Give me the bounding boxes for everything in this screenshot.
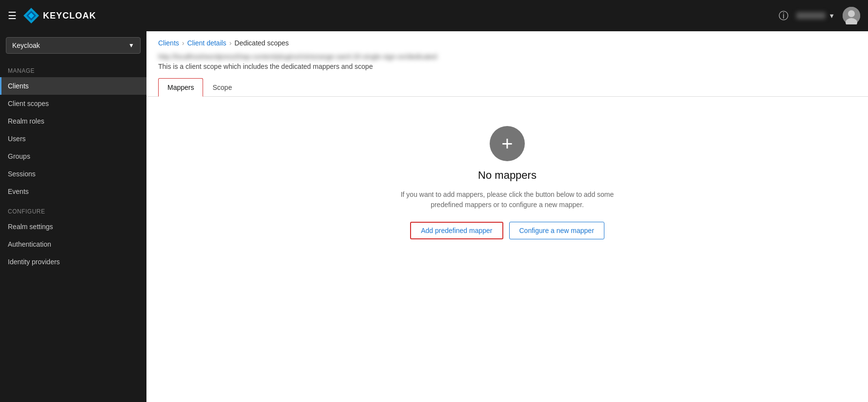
logo: KEYCLOAK (22, 7, 96, 24)
user-avatar[interactable] (843, 7, 860, 24)
tab-scope[interactable]: Scope (203, 78, 241, 97)
navbar-right: ⓘ ▼ (779, 7, 860, 24)
breadcrumb-current: Dedicated scopes (234, 39, 289, 47)
page-url: http://localhost/wordpress5/wp-content/p… (158, 53, 856, 61)
logo-icon (22, 7, 40, 24)
sidebar-item-client-scopes[interactable]: Client scopes (0, 95, 146, 112)
tab-mappers-label: Mappers (167, 84, 194, 91)
empty-state: + No mappers If you want to add mappers,… (146, 97, 868, 269)
empty-state-description: If you want to add mappers, please click… (385, 190, 629, 210)
empty-state-title: No mappers (478, 169, 537, 182)
user-name (796, 12, 826, 19)
empty-state-actions: Add predefined mapper Configure a new ma… (410, 222, 604, 239)
realm-chevron-icon: ▼ (128, 42, 134, 49)
breadcrumb-client-details[interactable]: Client details (187, 39, 226, 47)
sidebar-item-realm-roles[interactable]: Realm roles (0, 112, 146, 130)
breadcrumb-sep-2: › (229, 39, 232, 47)
plus-icon: + (501, 133, 513, 155)
help-icon[interactable]: ⓘ (779, 9, 788, 22)
realm-selector[interactable]: Keycloak ▼ (6, 37, 141, 54)
realm-name: Keycloak (12, 42, 40, 49)
tab-mappers[interactable]: Mappers (158, 78, 203, 97)
sidebar-item-realm-settings[interactable]: Realm settings (0, 218, 146, 235)
breadcrumb: Clients › Client details › Dedicated sco… (146, 31, 868, 51)
avatar-icon (843, 7, 860, 24)
sidebar-item-client-scopes-label: Client scopes (8, 100, 49, 107)
logo-text: KEYCLOAK (43, 11, 96, 21)
sidebar: Keycloak ▼ Manage Clients Client scopes … (0, 31, 146, 402)
sidebar-item-authentication-label: Authentication (8, 240, 51, 248)
manage-section-label: Manage (0, 60, 146, 77)
content-area: Clients › Client details › Dedicated sco… (146, 31, 868, 402)
main-layout: Keycloak ▼ Manage Clients Client scopes … (0, 31, 868, 402)
sidebar-item-groups-label: Groups (8, 152, 30, 160)
configure-new-mapper-button[interactable]: Configure a new mapper (509, 222, 604, 239)
sidebar-item-clients-label: Clients (8, 82, 29, 90)
sidebar-item-sessions[interactable]: Sessions (0, 165, 146, 183)
sidebar-item-sessions-label: Sessions (8, 170, 36, 178)
add-icon: + (490, 126, 525, 161)
breadcrumb-sep-1: › (182, 39, 185, 47)
sidebar-item-identity-providers-label: Identity providers (8, 258, 60, 266)
configure-section-label: Configure (0, 200, 146, 218)
page-description: This is a client scope which includes th… (158, 63, 856, 70)
user-dropdown[interactable]: ▼ (796, 12, 835, 20)
sidebar-item-clients[interactable]: Clients (0, 77, 146, 95)
tab-scope-label: Scope (212, 84, 232, 91)
sidebar-item-events-label: Events (8, 188, 29, 195)
navbar: ☰ KEYCLOAK ⓘ ▼ (0, 0, 868, 31)
sidebar-item-realm-settings-label: Realm settings (8, 223, 53, 231)
sidebar-item-authentication[interactable]: Authentication (0, 235, 146, 253)
sidebar-item-identity-providers[interactable]: Identity providers (0, 253, 146, 271)
sidebar-item-events[interactable]: Events (0, 183, 146, 200)
sidebar-item-users-label: Users (8, 135, 26, 143)
sidebar-item-groups[interactable]: Groups (0, 148, 146, 165)
add-predefined-mapper-button[interactable]: Add predefined mapper (410, 222, 503, 239)
tabs-container: Mappers Scope (146, 78, 868, 97)
user-dropdown-chevron: ▼ (828, 12, 835, 20)
hamburger-icon[interactable]: ☰ (8, 10, 17, 21)
sidebar-item-users[interactable]: Users (0, 130, 146, 148)
sidebar-item-realm-roles-label: Realm roles (8, 117, 44, 125)
breadcrumb-clients[interactable]: Clients (158, 39, 179, 47)
navbar-left: ☰ KEYCLOAK (8, 7, 96, 24)
svg-point-4 (848, 10, 855, 17)
page-header: http://localhost/wordpress5/wp-content/p… (146, 51, 868, 78)
